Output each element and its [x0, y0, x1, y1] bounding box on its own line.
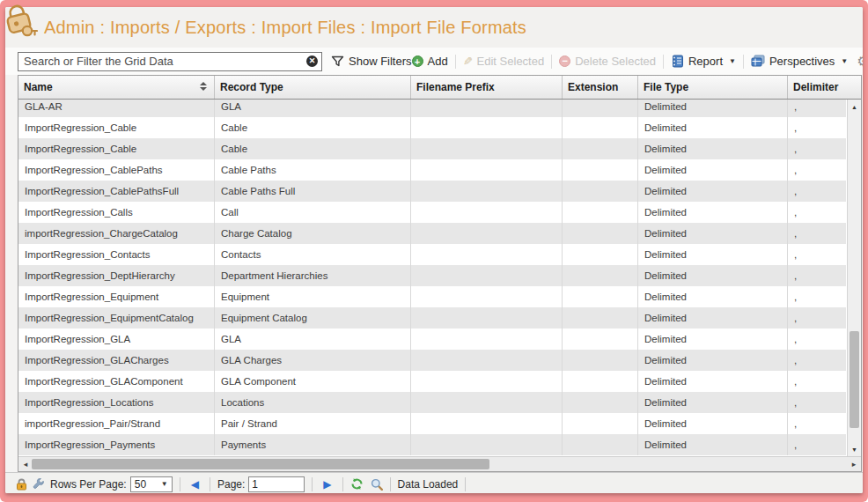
toolbar-divider — [551, 55, 552, 69]
page: Admin : Imports / Exports : Import Files… — [5, 7, 863, 493]
table-row[interactable]: ImportRegression_LocationsLocationsDelim… — [18, 392, 846, 413]
search-box: ✕ — [18, 52, 322, 71]
cell-record_type: Cable Paths Full — [215, 181, 411, 202]
column-label: Extension — [568, 81, 618, 93]
grid-viewport: GLA-ARGLADelimited,ImportRegression_Cabl… — [18, 100, 861, 456]
cell-name: ImportRegression_Cable — [18, 138, 215, 159]
data-grid: NameRecord TypeFilename PrefixExtensionF… — [18, 75, 862, 472]
table-row[interactable]: ImportRegression_EquipmentCatalogEquipme… — [18, 307, 846, 329]
cell-record_type: GLA Charges — [215, 350, 411, 371]
scroll-right-icon[interactable]: ▸ — [848, 457, 860, 471]
cell-record_type: Cable — [215, 117, 411, 138]
table-row[interactable]: ImportRegression_GLAGLADelimited, — [18, 329, 846, 350]
cell-extension — [563, 413, 638, 434]
search-input[interactable] — [18, 52, 322, 71]
table-row[interactable]: ImportRegression_DeptHierarchyDepartment… — [18, 265, 846, 286]
table-row[interactable]: ImportRegression_CableCableDelimited, — [18, 138, 846, 159]
next-page-button[interactable]: ▶ — [320, 478, 335, 491]
grid-toolbar: ✕ Show Filters + Add ✎ Edit Selected — [5, 48, 863, 75]
cell-filename_prefix — [411, 265, 563, 286]
cell-extension — [563, 434, 638, 455]
previous-page-button[interactable]: ◀ — [188, 478, 202, 491]
toolbar-divider — [663, 55, 664, 69]
add-plus-icon: + — [412, 55, 423, 67]
table-row[interactable]: ImportRegression_GLAComponentGLA Compone… — [18, 371, 846, 392]
report-button[interactable]: Report ▼ — [671, 55, 736, 68]
page-input[interactable] — [248, 476, 305, 492]
cell-record_type: GLA — [215, 329, 411, 350]
refresh-icon[interactable] — [350, 477, 364, 491]
horizontal-scrollbar[interactable]: ◂ ▸ — [18, 456, 861, 471]
settings-gear-icon[interactable]: ⚙ — [857, 53, 863, 70]
column-label: Record Type — [220, 81, 283, 93]
perspectives-button[interactable]: Perspectives ▼ — [751, 55, 848, 68]
magnifier-icon[interactable] — [371, 478, 383, 491]
table-row[interactable]: ImportRegression_PaymentsPaymentsDelimit… — [18, 434, 846, 455]
table-row[interactable]: ImportRegression_GLAChargesGLA ChargesDe… — [18, 350, 846, 371]
cell-filename_prefix — [411, 100, 563, 117]
table-row[interactable]: ImportRegression_CallsCallDelimited, — [18, 202, 846, 223]
cell-extension — [563, 100, 638, 117]
cell-delimiter: , — [788, 223, 846, 244]
cell-delimiter: , — [788, 286, 846, 307]
footer-divider — [342, 477, 343, 491]
admin-lock-key-icon — [1, 1, 38, 41]
table-row[interactable]: GLA-ARGLADelimited, — [18, 100, 846, 117]
column-header-file-type[interactable]: File Type — [638, 76, 788, 99]
scroll-up-icon[interactable]: ▲ — [848, 100, 861, 113]
column-header-name[interactable]: Name — [18, 76, 215, 99]
cell-filename_prefix — [411, 159, 563, 181]
column-header-record-type[interactable]: Record Type — [215, 76, 411, 99]
lock-icon[interactable] — [16, 478, 27, 491]
cell-extension — [563, 202, 638, 223]
show-filters-button[interactable]: Show Filters — [331, 55, 412, 68]
table-row[interactable]: ImportRegression_ContactsContactsDelimit… — [18, 244, 846, 265]
table-row[interactable]: ImportRegression_EquipmentEquipmentDelim… — [18, 286, 846, 307]
table-row[interactable]: ImportRegression_CablePathsFullCable Pat… — [18, 181, 846, 202]
cell-record_type: Equipment — [215, 286, 411, 307]
cell-filename_prefix — [411, 202, 563, 223]
add-button[interactable]: + Add — [412, 55, 448, 68]
app-frame: Admin : Imports / Exports : Import Files… — [0, 0, 868, 502]
table-row[interactable]: importRegression_ChargeCatalogCharge Cat… — [18, 223, 846, 244]
column-header-extension[interactable]: Extension — [563, 76, 638, 99]
cell-record_type: Call — [215, 202, 411, 223]
clear-search-icon[interactable]: ✕ — [306, 55, 318, 67]
table-row[interactable]: ImportRegression_CableCableDelimited, — [18, 117, 846, 138]
cell-delimiter: , — [788, 413, 846, 434]
cell-name: ImportRegression_CablePaths — [18, 159, 215, 181]
sort-icon[interactable] — [200, 82, 207, 91]
cell-filename_prefix — [411, 138, 563, 159]
toolbar-actions: + Add ✎ Edit Selected − Delete Selected — [412, 53, 863, 70]
vertical-scrollbar-thumb[interactable] — [850, 331, 859, 428]
rows-per-page-select[interactable]: 50 ▼ — [130, 476, 173, 492]
cell-extension — [563, 159, 638, 181]
status-text: Data Loaded — [398, 478, 459, 491]
cell-record_type: GLA Component — [215, 371, 411, 392]
cell-filename_prefix — [411, 181, 563, 202]
cell-filename_prefix — [411, 392, 563, 413]
vertical-scrollbar[interactable]: ▲ ▼ — [847, 100, 861, 456]
cell-extension — [563, 392, 638, 413]
delete-selected-button[interactable]: − Delete Selected — [559, 55, 656, 68]
column-header-delimiter[interactable]: Delimiter — [788, 76, 861, 99]
edit-selected-button[interactable]: ✎ Edit Selected — [463, 55, 545, 68]
toolbar-divider — [743, 55, 744, 69]
cell-delimiter: , — [788, 202, 846, 223]
cell-record_type: Locations — [215, 392, 411, 413]
wrench-icon[interactable] — [33, 478, 45, 491]
table-row[interactable]: importRegression_Pair/StrandPair / Stran… — [18, 413, 846, 434]
scroll-down-icon[interactable]: ▼ — [848, 443, 861, 455]
cell-name: ImportRegression_DeptHierarchy — [18, 265, 215, 286]
filter-funnel-icon — [331, 55, 344, 68]
edit-pencil-icon: ✎ — [463, 55, 473, 68]
page-title: Admin : Imports / Exports : Import Files… — [44, 18, 526, 38]
cell-record_type: Payments — [215, 434, 411, 455]
table-row[interactable]: ImportRegression_CablePathsCable PathsDe… — [18, 159, 846, 181]
scroll-left-icon[interactable]: ◂ — [19, 457, 32, 471]
cell-name: ImportRegression_GLAComponent — [18, 371, 215, 392]
column-header-filename-prefix[interactable]: Filename Prefix — [411, 76, 563, 99]
cell-file_type: Delimited — [638, 223, 788, 244]
horizontal-scrollbar-thumb[interactable] — [32, 459, 489, 469]
cell-delimiter: , — [788, 244, 846, 265]
